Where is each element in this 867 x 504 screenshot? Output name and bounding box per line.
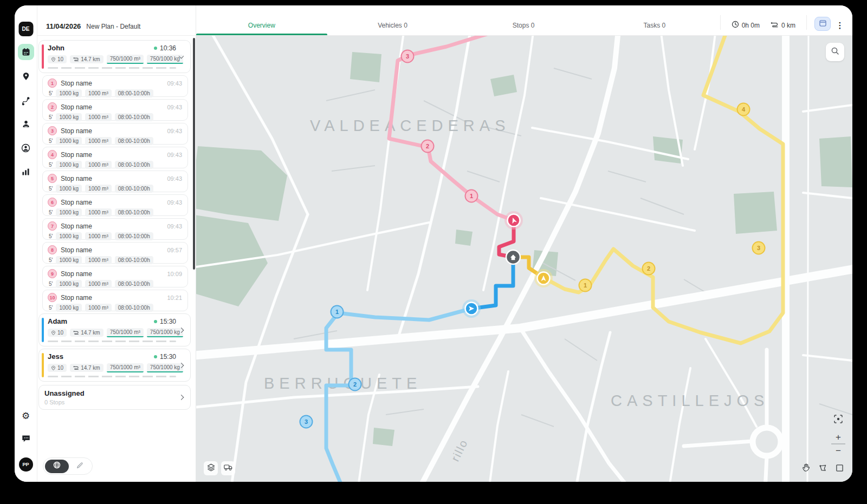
feedback-button[interactable] (21, 434, 30, 445)
map-label: rillo (449, 437, 470, 463)
route-progress-bar (48, 376, 176, 377)
map-stop-marker-jess-1: 1 (579, 279, 592, 292)
sidebar-item-drivers[interactable] (18, 116, 34, 132)
chat-icon (21, 434, 30, 445)
volume-chip: 750/1000 m³ (107, 328, 144, 337)
volume-chip: 750/1000 m³ (107, 363, 144, 372)
map-layer-controls (204, 461, 235, 475)
zoom-out-button[interactable]: − (831, 444, 845, 457)
tab-stops[interactable]: Stops 0 (458, 5, 589, 35)
distance-chip: 14.7 km (70, 329, 103, 337)
route-stats: 10 14.7 km 750/1000 m³ 750/1000 kg (48, 55, 176, 64)
sidebar-item-routes[interactable] (18, 93, 34, 109)
vehicles-layer-button[interactable] (221, 461, 235, 475)
stop-meta: 5' 1000 kg 1000 m³ 08:00-10:00h (48, 232, 182, 240)
map-stop-marker-john-1: 1 (465, 190, 478, 202)
layers-icon (207, 463, 215, 474)
status-dot (154, 320, 157, 323)
tab-tasks[interactable]: Tasks 0 (589, 5, 720, 35)
volume-chip: 750/1000 m³ (107, 55, 144, 64)
sidebar-item-customers[interactable] (18, 140, 34, 156)
stop-duration: 5' (49, 186, 53, 192)
recenter-button[interactable] (831, 413, 846, 428)
pan-tool-button[interactable] (799, 462, 812, 475)
rect-select-button[interactable] (833, 462, 846, 475)
map-area-labels: VALDEACEDERASBERRUGUETECASTILLEJOSrillo (264, 117, 769, 463)
map-stop-marker-jess-4: 4 (737, 103, 750, 116)
map-search-button[interactable] (826, 43, 844, 61)
map-stop-marker-jess-3: 3 (753, 242, 765, 254)
tab-vehicles[interactable]: Vehicles 0 (327, 5, 458, 35)
stop-card[interactable]: 1 Stop name 09:43 5' 1000 kg 1000 m³ 08:… (42, 75, 188, 97)
stop-card[interactable]: 10 Stop name 10:21 5' 1000 kg 1000 m³ 08… (42, 290, 188, 311)
lasso-tool-button[interactable] (816, 462, 829, 475)
stop-duration: 5' (49, 138, 53, 144)
depot-marker (506, 250, 520, 264)
stop-card[interactable]: 3 Stop name 09:43 5' 1000 kg 1000 m³ 08:… (42, 123, 188, 145)
stop-card[interactable]: 5 Stop name 09:43 5' 1000 kg 1000 m³ 08:… (42, 171, 188, 192)
plan-header[interactable]: 11/04/2026 New Plan - Default (37, 5, 196, 36)
vehicle-marker-adam (462, 299, 481, 318)
driver-icon (22, 120, 30, 128)
total-distance: 0 km (771, 21, 795, 30)
more-options-button[interactable]: ⋮ (831, 5, 849, 35)
stop-name: Stop name (61, 175, 163, 182)
map-zoom-controls: + − (831, 413, 846, 457)
stop-card[interactable]: 7 Stop name 09:43 5' 1000 kg 1000 m³ 08:… (42, 218, 188, 240)
zoom-in-button[interactable]: + (831, 431, 845, 444)
stop-card[interactable]: 6 Stop name 09:43 5' 1000 kg 1000 m³ 08:… (42, 194, 188, 216)
routes-sidebar: 11/04/2026 New Plan - Default John 10:36… (37, 5, 196, 482)
map-markers: 1231234123 (300, 50, 765, 428)
pin-icon (51, 365, 56, 371)
pencil-icon (76, 461, 83, 471)
total-duration: 0h 0m (732, 21, 760, 30)
stop-meta: 5' 1000 kg 1000 m³ 08:00-10:00h (48, 256, 182, 264)
stop-time-window-chip: 08:00-10:00h (115, 137, 153, 145)
main-panel: Overview Vehicles 0 Stops 0 Tasks 0 0h 0… (196, 5, 852, 482)
svg-text:3: 3 (305, 418, 308, 425)
stop-meta: 5' 1000 kg 1000 m³ 08:00-10:00h (48, 280, 182, 288)
truck-icon (224, 463, 232, 473)
route-card-john[interactable]: John 10:36 10 14.7 km 750/1000 m³ 750/10… (38, 40, 191, 73)
map-stop-marker-adam-1: 1 (331, 306, 344, 318)
stop-eta: 09:43 (167, 223, 182, 230)
route-stats: 10 14.7 km 750/1000 m³ 750/1000 kg (48, 363, 176, 372)
edit-toggle-off[interactable] (69, 461, 90, 471)
user-avatar[interactable]: PP (19, 457, 33, 472)
stop-eta: 09:57 (167, 247, 182, 253)
stop-card[interactable]: 8 Stop name 09:57 5' 1000 kg 1000 m³ 08:… (42, 242, 188, 264)
sidebar-item-planner[interactable] (18, 44, 34, 60)
sidebar-scrollbar[interactable] (193, 38, 195, 270)
chevron-right-icon[interactable] (179, 395, 184, 400)
tab-overview[interactable]: Overview (196, 5, 327, 35)
stop-weight-chip: 1000 kg (56, 113, 82, 121)
stop-number-badge: 8 (48, 245, 57, 254)
stop-weight-chip: 1000 kg (56, 89, 82, 97)
sidebar-item-stops[interactable] (18, 68, 34, 84)
settings-button[interactable]: ⚙ (22, 410, 30, 422)
stop-card[interactable]: 4 Stop name 09:43 5' 1000 kg 1000 m³ 08:… (42, 147, 188, 168)
stop-card[interactable]: 9 Stop name 10:09 5' 1000 kg 1000 m³ 08:… (42, 266, 188, 287)
app-window: DE (15, 5, 852, 482)
stops-count-chip: 10 (48, 329, 67, 337)
stop-number-badge: 5 (48, 174, 57, 183)
layers-button[interactable] (204, 461, 218, 475)
stop-eta: 09:43 (167, 80, 182, 87)
map-canvas[interactable]: VALDEACEDERASBERRUGUETECASTILLEJOSrillo … (196, 36, 852, 482)
layout-panel-button[interactable] (814, 17, 831, 31)
stop-card[interactable]: 2 Stop name 09:43 5' 1000 kg 1000 m³ 08:… (42, 99, 188, 121)
unassigned-card[interactable]: Unassigned 0 Stops (38, 385, 191, 410)
map-stop-marker-adam-2: 2 (349, 378, 361, 391)
globe-toggle-on[interactable] (45, 460, 69, 473)
sidebar-item-analytics[interactable] (18, 163, 34, 180)
plan-date: 11/04/2026 (46, 22, 81, 30)
stop-name: Stop name (61, 270, 163, 278)
route-card-adam[interactable]: Adam 15:30 10 14.7 km 750/1000 m³ 750/10… (38, 313, 191, 346)
stop-volume-chip: 1000 m³ (85, 280, 112, 288)
person-circle-icon (21, 143, 30, 153)
map-svg: VALDEACEDERASBERRUGUETECASTILLEJOSrillo … (196, 36, 852, 482)
map-mode-toggle[interactable] (43, 457, 93, 475)
svg-text:2: 2 (426, 143, 429, 149)
workspace-logo[interactable]: DE (18, 22, 33, 36)
route-card-jess[interactable]: Jess 15:30 10 14.7 km 750/1000 m³ 750/10… (38, 349, 191, 382)
